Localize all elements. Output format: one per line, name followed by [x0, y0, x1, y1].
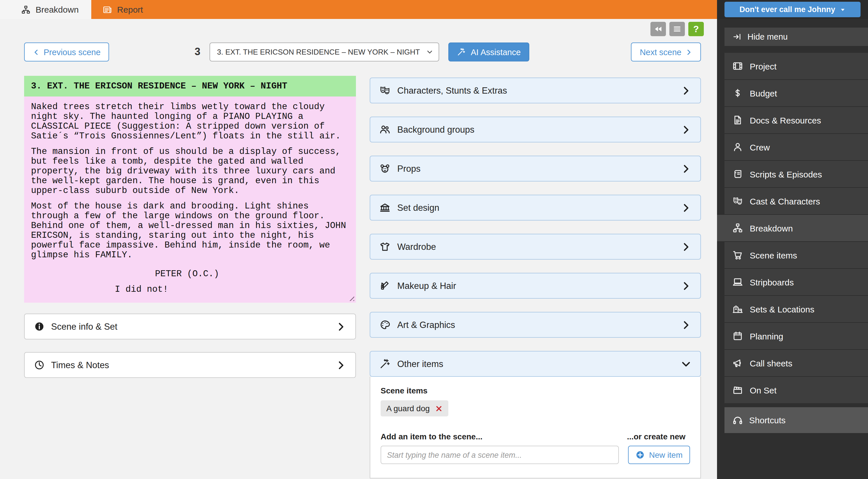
- document-icon: [733, 115, 743, 125]
- accordion-props[interactable]: Props: [370, 156, 701, 181]
- ai-assistance-button[interactable]: AI Assistance: [448, 42, 529, 61]
- new-item-button[interactable]: New item: [628, 446, 690, 464]
- scene-navigation: Previous scene 3 3. EXT. THE ERICSON RES…: [24, 42, 701, 61]
- theater-masks-icon: [379, 85, 391, 96]
- app-window: Breakdown Report ?: [0, 0, 868, 479]
- chevron-right-icon: [681, 124, 691, 135]
- resize-handle[interactable]: [348, 295, 354, 301]
- sidebar-item-docs-resources[interactable]: Docs & Resources: [724, 106, 868, 133]
- other-items-panel: Scene items A guard dog Add an item to t…: [370, 377, 701, 478]
- dollar-icon: [733, 88, 743, 98]
- list-icon: [673, 25, 681, 33]
- scene-info-label: Scene info & Set: [51, 321, 117, 332]
- breakdown-icon: [733, 223, 743, 233]
- person-icon: [733, 142, 743, 152]
- times-notes-accordion[interactable]: Times & Notes: [24, 352, 356, 378]
- accordion-art-graphics[interactable]: Art & Graphics: [370, 312, 701, 338]
- wand-icon: [457, 48, 466, 56]
- accordion-background-groups[interactable]: Background groups: [370, 117, 701, 143]
- tab-breakdown-label: Breakdown: [36, 5, 79, 14]
- hide-menu-button[interactable]: Hide menu: [724, 28, 868, 46]
- scene-select-value: 3. EXT. THE ERICSON RESIDENCE – NEW YORK…: [217, 48, 420, 56]
- shortcuts-button[interactable]: Shortcuts: [724, 407, 868, 433]
- accordion-wardrobe[interactable]: Wardrobe: [370, 234, 701, 260]
- bank-icon: [379, 202, 391, 213]
- sidebar-item-label: On Set: [750, 385, 776, 395]
- sidebar-item-scripts-episodes[interactable]: Scripts & Episodes: [724, 160, 868, 187]
- create-new-label: ...or create new: [627, 432, 690, 441]
- calendar-icon: [733, 331, 743, 341]
- info-icon: [34, 321, 45, 332]
- sidebar-item-label: Stripboards: [750, 277, 794, 287]
- tshirt-icon: [379, 241, 391, 252]
- account-strip: Don't ever call me Johnny: [717, 0, 868, 19]
- collapse-all-button[interactable]: [650, 22, 666, 36]
- tab-breakdown[interactable]: Breakdown: [0, 0, 91, 19]
- dialogue-line: I did not!: [115, 285, 349, 295]
- rewind-icon: [654, 25, 662, 33]
- hide-menu-label: Hide menu: [747, 32, 787, 41]
- dialogue-character: PETER (O.C.): [155, 269, 349, 279]
- account-menu-button[interactable]: Don't ever call me Johnny: [724, 2, 861, 17]
- scene-item-name: A guard dog: [386, 404, 430, 413]
- chevron-right-icon: [685, 49, 692, 55]
- chevron-down-icon: [681, 359, 691, 369]
- laptop-icon: [733, 277, 743, 287]
- sidebar-item-label: Docs & Resources: [750, 115, 821, 125]
- previous-scene-button[interactable]: Previous scene: [24, 42, 109, 61]
- chevron-left-icon: [33, 49, 40, 55]
- sidebar-item-label: Sets & Locations: [750, 304, 814, 314]
- breakdown-columns: 3. EXT. THE ERICSON RESIDENCE – NEW YORK…: [24, 76, 701, 478]
- sidebar-item-breakdown[interactable]: Breakdown: [717, 214, 868, 241]
- add-item-label: Add an item to the scene...: [381, 432, 619, 441]
- tab-report-label: Report: [117, 5, 143, 14]
- accordion-label: Other items: [397, 359, 443, 369]
- sidebar-item-label: Crew: [750, 142, 770, 152]
- scene-script-text[interactable]: Naked trees stretch their limbs wetly to…: [24, 96, 356, 303]
- tab-report[interactable]: Report: [91, 0, 154, 19]
- scene-item-tag: A guard dog: [381, 400, 448, 416]
- sidebar-item-label: Scripts & Episodes: [750, 169, 822, 179]
- sidebar-item-stripboards[interactable]: Stripboards: [724, 268, 868, 295]
- accordion-characters[interactable]: Characters, Stunts & Extras: [370, 78, 701, 103]
- sidebar-item-planning[interactable]: Planning: [724, 322, 868, 349]
- makeup-icon: [379, 280, 391, 291]
- sidebar-item-crew[interactable]: Crew: [724, 133, 868, 160]
- sidebar-item-label: Scene items: [750, 250, 797, 260]
- chevron-down-icon: [427, 49, 433, 55]
- palette-icon: [379, 319, 391, 330]
- sidebar-item-call-sheets[interactable]: Call sheets: [724, 349, 868, 376]
- chevron-right-icon: [681, 280, 691, 291]
- sidebar-item-budget[interactable]: Budget: [724, 79, 868, 106]
- wand-icon: [379, 358, 391, 369]
- accordion-label: Art & Graphics: [397, 320, 455, 330]
- remove-item-x-icon[interactable]: [435, 405, 442, 412]
- scene-selector-group: 3 3. EXT. THE ERICSON RESIDENCE – NEW YO…: [195, 42, 529, 61]
- sidebar-item-on-set[interactable]: On Set: [724, 376, 868, 403]
- next-scene-button[interactable]: Next scene: [631, 42, 701, 61]
- accordion-other-items[interactable]: Other items: [370, 351, 701, 377]
- add-item-input[interactable]: [381, 446, 619, 464]
- new-item-label: New item: [649, 450, 683, 459]
- film-icon: [733, 61, 743, 71]
- sidebar-item-scene-items[interactable]: Scene items: [724, 241, 868, 268]
- accordion-label: Background groups: [397, 124, 474, 135]
- accordion-makeup-hair[interactable]: Makeup & Hair: [370, 273, 701, 299]
- sidebar-item-label: Budget: [750, 88, 777, 98]
- main-area: Breakdown Report ?: [0, 0, 717, 479]
- sidebar-item-project[interactable]: Project: [724, 53, 868, 79]
- script-paragraph: Most of the house is dark and brooding. …: [31, 202, 349, 260]
- scene-select[interactable]: 3. EXT. THE ERICSON RESIDENCE – NEW YORK…: [210, 42, 439, 61]
- help-button[interactable]: ?: [688, 22, 704, 36]
- scene-info-accordion[interactable]: Scene info & Set: [24, 313, 356, 339]
- ai-assistance-label: AI Assistance: [471, 48, 521, 57]
- report-icon: [103, 5, 112, 14]
- scene-number: 3: [195, 46, 200, 58]
- chevron-right-icon: [681, 241, 691, 252]
- sidebar-item-sets-locations[interactable]: Sets & Locations: [724, 295, 868, 322]
- accordion-set-design[interactable]: Set design: [370, 195, 701, 220]
- accordion-label: Set design: [397, 203, 439, 213]
- list-view-button[interactable]: [670, 22, 685, 36]
- sidebar-item-cast-characters[interactable]: Cast & Characters: [724, 187, 868, 214]
- sidebar-item-label: Project: [750, 61, 776, 71]
